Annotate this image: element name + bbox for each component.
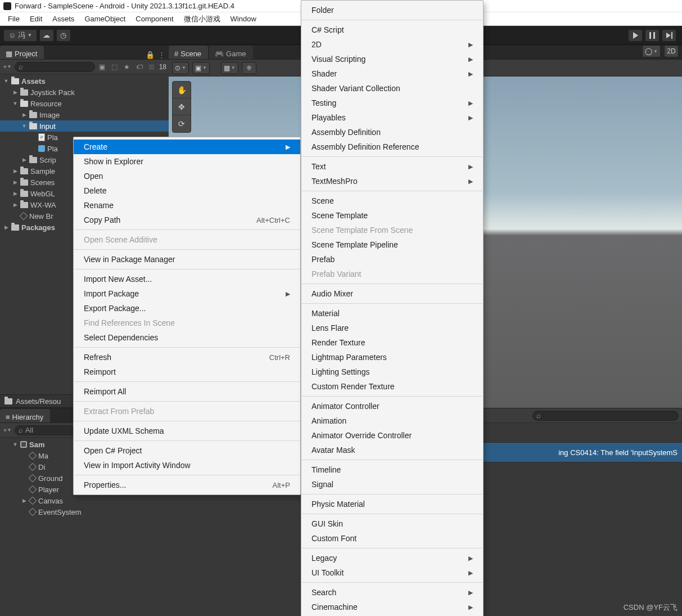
- menu-item[interactable]: Rename: [74, 198, 300, 213]
- menu-item[interactable]: Shader▶: [301, 66, 483, 81]
- add-button[interactable]: +▼: [2, 62, 12, 72]
- hierarchy-item[interactable]: ▶Canvas: [0, 495, 169, 506]
- menu-item[interactable]: 2D▶: [301, 37, 483, 52]
- menu-item[interactable]: Material: [301, 306, 483, 321]
- menu-item[interactable]: Timeline: [301, 462, 483, 477]
- menu-item[interactable]: Render Texture: [301, 335, 483, 350]
- menu-item[interactable]: Signal: [301, 477, 483, 492]
- menu-item[interactable]: Delete: [74, 183, 300, 198]
- menu-item[interactable]: Legacy▶: [301, 551, 483, 565]
- menu-item[interactable]: Custom Font: [301, 531, 483, 546]
- menu-item[interactable]: Prefab: [301, 252, 483, 267]
- favorite-button[interactable]: ★: [122, 62, 132, 72]
- menu-item[interactable]: Custom Render Texture: [301, 379, 483, 394]
- filter-type-button[interactable]: ▣: [97, 62, 107, 72]
- menu-item[interactable]: Reimport: [74, 365, 300, 379]
- menu-item[interactable]: Scene: [301, 194, 483, 208]
- menu-item[interactable]: Scene Template Pipeline: [301, 237, 483, 252]
- tab-scene[interactable]: # Scene: [169, 46, 208, 59]
- account-button[interactable]: ☺ 冯 ▼: [3, 29, 37, 42]
- menu-item[interactable]: Properties...Alt+P: [74, 478, 300, 492]
- project-item[interactable]: ▶Joystick Pack: [0, 87, 169, 98]
- store-button[interactable]: ◷: [56, 29, 71, 42]
- draw-mode-button[interactable]: ◯▼: [642, 45, 661, 57]
- hand-tool[interactable]: ✋: [173, 82, 191, 98]
- lock-icon[interactable]: 🔒: [146, 51, 155, 59]
- step-button[interactable]: [662, 29, 676, 42]
- move-tool[interactable]: ✥: [173, 98, 191, 115]
- mode-2d-button[interactable]: 2D: [664, 45, 679, 57]
- menu-item[interactable]: Copy PathAlt+Ctrl+C: [74, 213, 300, 227]
- menu-item[interactable]: Assembly Definition: [301, 125, 483, 140]
- menu-component[interactable]: Component: [131, 14, 178, 24]
- tab-hierarchy[interactable]: ≡ Hierarchy: [0, 409, 50, 422]
- context-menu-assets[interactable]: Create▶Show in ExplorerOpenDeleteRenameC…: [73, 137, 301, 495]
- menu-item[interactable]: TextMeshPro▶: [301, 174, 483, 188]
- menu-item[interactable]: Lighting Settings: [301, 365, 483, 379]
- menu-item[interactable]: View in Package Manager: [74, 252, 300, 267]
- tab-game[interactable]: 🎮 Game: [209, 46, 252, 59]
- grid-button[interactable]: ▦▼: [221, 62, 238, 74]
- menu-item[interactable]: Select Dependencies: [74, 330, 300, 345]
- menu-item[interactable]: Search▶: [301, 585, 483, 600]
- menu-edit[interactable]: Edit: [25, 14, 47, 24]
- menu-item[interactable]: Cinemachine▶: [301, 600, 483, 614]
- tool-center-button[interactable]: ⊙▼: [172, 62, 189, 74]
- menu-item[interactable]: Folder: [301, 3, 483, 17]
- menu-item[interactable]: Scene Template: [301, 208, 483, 223]
- add-button[interactable]: +▼: [2, 425, 12, 435]
- console-search-input[interactable]: ⌕: [532, 411, 679, 421]
- menu-wechat[interactable]: 微信小游戏: [179, 13, 225, 25]
- play-button[interactable]: [628, 29, 643, 42]
- menu-item[interactable]: Lens Flare: [301, 321, 483, 335]
- pause-button[interactable]: [645, 29, 660, 42]
- tool-pivot-button[interactable]: ▣▼: [192, 62, 210, 74]
- menu-item[interactable]: Animation: [301, 413, 483, 428]
- menu-item[interactable]: RefreshCtrl+R: [74, 350, 300, 365]
- menu-item[interactable]: Audio Mixer: [301, 286, 483, 301]
- rotate-tool[interactable]: ⟳: [173, 115, 191, 132]
- menu-item[interactable]: Reimport All: [74, 384, 300, 399]
- menu-gameobject[interactable]: GameObject: [80, 14, 130, 24]
- project-item[interactable]: ▼Resource: [0, 98, 169, 109]
- menu-item[interactable]: Text▶: [301, 159, 483, 174]
- menu-item[interactable]: Animator Override Controller: [301, 428, 483, 443]
- menu-item[interactable]: Export Package...: [74, 301, 300, 316]
- tab-menu-icon[interactable]: ⋮: [158, 51, 165, 59]
- menu-item[interactable]: Visual Scripting▶: [301, 52, 483, 66]
- menu-item[interactable]: Open C# Project: [74, 443, 300, 458]
- menu-item[interactable]: Import New Asset...: [74, 272, 300, 286]
- tag-button[interactable]: 🏷: [134, 62, 144, 72]
- menu-item[interactable]: Lightmap Parameters: [301, 350, 483, 365]
- menu-item[interactable]: Open: [74, 169, 300, 183]
- menu-item[interactable]: Update UXML Schema: [74, 424, 300, 438]
- hidden-icon[interactable]: 👁̶: [147, 62, 157, 72]
- menu-item[interactable]: Animator Controller: [301, 399, 483, 413]
- menu-item[interactable]: Show in Explorer: [74, 154, 300, 169]
- menu-item[interactable]: Shader Variant Collection: [301, 81, 483, 96]
- context-menu-create[interactable]: FolderC# Script2D▶Visual Scripting▶Shade…: [301, 0, 484, 616]
- cloud-button[interactable]: ☁: [39, 29, 54, 42]
- assets-root[interactable]: ▼ Assets: [0, 75, 169, 87]
- menu-window[interactable]: Window: [226, 14, 261, 24]
- hierarchy-item[interactable]: EventSystem: [0, 506, 169, 518]
- menu-item[interactable]: GUI Skin: [301, 516, 483, 531]
- project-search-input[interactable]: ⌕: [15, 62, 95, 72]
- filter-label-button[interactable]: ⬚: [110, 62, 120, 72]
- menu-item[interactable]: Import Package▶: [74, 286, 300, 301]
- menu-item[interactable]: Create▶: [74, 140, 300, 154]
- menu-item[interactable]: Playables▶: [301, 110, 483, 125]
- menu-item[interactable]: View in Import Activity Window: [74, 458, 300, 473]
- menu-assets[interactable]: Assets: [48, 14, 79, 24]
- menu-item[interactable]: UI Toolkit▶: [301, 565, 483, 580]
- menu-item[interactable]: Physic Material: [301, 497, 483, 511]
- tab-project[interactable]: ▦ Project: [0, 46, 44, 59]
- project-item[interactable]: ▶Image: [0, 109, 169, 120]
- menu-item[interactable]: Assembly Definition Reference: [301, 140, 483, 154]
- menu-file[interactable]: File: [3, 14, 24, 24]
- project-item[interactable]: ▼Input: [0, 120, 169, 132]
- menu-item[interactable]: Avatar Mask: [301, 443, 483, 457]
- menu-item[interactable]: Testing▶: [301, 96, 483, 110]
- menu-item[interactable]: C# Script: [301, 23, 483, 37]
- snap-button[interactable]: ⁜: [242, 62, 256, 74]
